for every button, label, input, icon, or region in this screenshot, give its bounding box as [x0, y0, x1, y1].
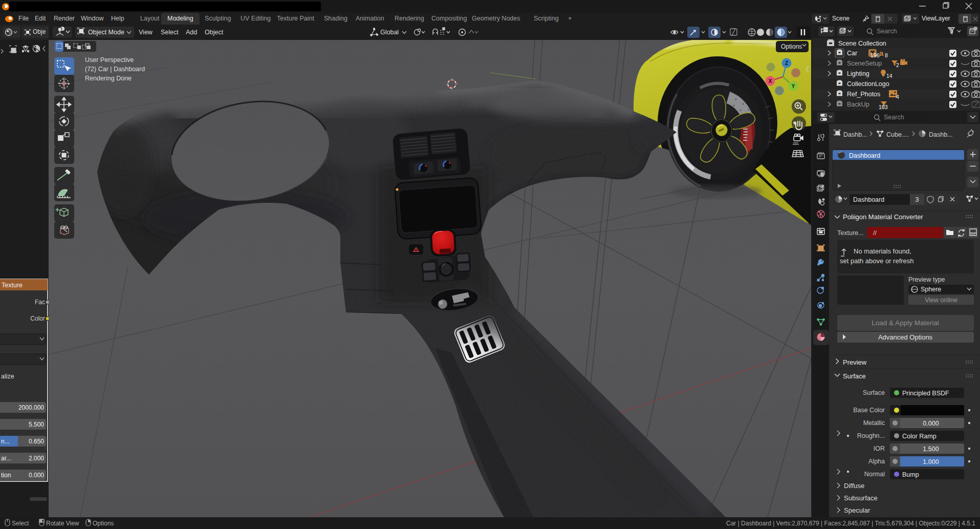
svg-text:2.000: 2.000 — [29, 455, 44, 462]
svg-text:Preview: Preview — [843, 358, 867, 366]
svg-text:Lighting: Lighting — [847, 70, 869, 77]
svg-text:View: View — [139, 29, 153, 36]
svg-text:No materials found,: No materials found, — [854, 247, 911, 255]
svg-text:Principled BSDF: Principled BSDF — [902, 390, 949, 397]
svg-text:Roughn...: Roughn... — [857, 432, 885, 439]
svg-text:Select: Select — [12, 520, 29, 527]
svg-text:3: 3 — [916, 196, 919, 203]
svg-text:0.000: 0.000 — [29, 472, 44, 479]
svg-text:Ref_Photos: Ref_Photos — [847, 91, 880, 98]
svg-text:Dashb...: Dashb... — [929, 131, 953, 138]
svg-text:1.000: 1.000 — [923, 458, 939, 465]
svg-text:196: 196 — [870, 52, 880, 58]
svg-text:2: 2 — [896, 62, 899, 68]
svg-text:Bump: Bump — [902, 471, 919, 478]
svg-text:Specular: Specular — [844, 506, 870, 514]
svg-text:8: 8 — [885, 52, 888, 58]
svg-text:163: 163 — [879, 104, 888, 110]
svg-text:Diffuse: Diffuse — [844, 482, 864, 490]
svg-text:Normal: Normal — [864, 471, 885, 478]
svg-text:0.000: 0.000 — [923, 420, 939, 427]
svg-text:Car: Car — [847, 50, 857, 57]
svg-text:Advanced Options: Advanced Options — [878, 333, 933, 341]
svg-text:Color: Color — [30, 315, 45, 322]
svg-text:IOR: IOR — [874, 445, 885, 452]
svg-text:ar...: ar... — [1, 455, 11, 462]
svg-text:Dashboard: Dashboard — [853, 196, 884, 203]
svg-text:SceneSetup: SceneSetup — [847, 60, 882, 67]
svg-text:0.650: 0.650 — [29, 438, 44, 445]
svg-text:Subsurface: Subsurface — [844, 494, 878, 502]
svg-text:Options: Options — [781, 43, 802, 50]
svg-text:Rotate View: Rotate View — [46, 520, 79, 527]
svg-text:Search: Search — [877, 28, 897, 35]
svg-text:1.500: 1.500 — [923, 446, 939, 453]
svg-text:alize: alize — [1, 373, 14, 380]
svg-text:Metallic: Metallic — [863, 419, 885, 427]
svg-text:Texture: Texture — [2, 282, 23, 289]
svg-text:Color Ramp: Color Ramp — [902, 433, 937, 440]
svg-text:a: a — [879, 49, 884, 57]
svg-text:CollectionLogo: CollectionLogo — [847, 80, 889, 88]
svg-text:Search: Search — [884, 114, 904, 121]
svg-text:14: 14 — [886, 73, 892, 79]
svg-text:Scene Collection: Scene Collection — [838, 40, 886, 47]
svg-text:Select: Select — [161, 29, 179, 36]
svg-text:Fac: Fac — [35, 299, 45, 306]
svg-text:Poliigon Material Converter: Poliigon Material Converter — [843, 213, 923, 221]
svg-text:Load & Apply Material: Load & Apply Material — [872, 319, 939, 327]
svg-text:Z: Z — [785, 60, 788, 66]
svg-text:Alpha: Alpha — [868, 458, 885, 465]
svg-text:Base Color: Base Color — [853, 407, 885, 414]
svg-text:BackUp: BackUp — [847, 101, 869, 108]
svg-text:Cube....: Cube.... — [886, 131, 909, 138]
svg-text:Car | Dashboard | Verts:2,870,: Car | Dashboard | Verts:2,870,679 | Face… — [726, 520, 975, 527]
svg-text:2000.000: 2000.000 — [18, 404, 44, 411]
svg-text:Sphere: Sphere — [921, 286, 941, 293]
svg-text:4: 4 — [896, 94, 899, 100]
svg-text:Object Mode: Object Mode — [88, 29, 124, 36]
svg-text:Surface: Surface — [863, 389, 885, 396]
svg-text://: // — [873, 229, 877, 237]
svg-text:View online: View online — [925, 297, 957, 304]
svg-text:set path above or refresh: set path above or refresh — [840, 257, 914, 265]
svg-text:Dashb...: Dashb... — [843, 131, 867, 138]
svg-text:Preview type: Preview type — [908, 276, 945, 283]
svg-text:Object: Object — [205, 29, 224, 36]
svg-text:5.500: 5.500 — [29, 421, 44, 428]
svg-text:User Perspective: User Perspective — [85, 56, 134, 64]
svg-text:n...: n... — [1, 438, 10, 445]
svg-text:Surface: Surface — [843, 372, 866, 380]
svg-text:Options: Options — [93, 520, 114, 527]
svg-text:tion: tion — [1, 472, 11, 479]
svg-text:Y: Y — [792, 83, 795, 89]
svg-text:X: X — [769, 78, 772, 84]
svg-text:Add: Add — [186, 29, 197, 36]
svg-text:Rendering Done: Rendering Done — [85, 75, 132, 82]
svg-text:Dashboard: Dashboard — [849, 152, 880, 159]
svg-text:Global: Global — [380, 29, 399, 36]
svg-text:(72) Car | Dashboard: (72) Car | Dashboard — [85, 66, 145, 73]
svg-text:Texture...: Texture... — [837, 229, 863, 237]
